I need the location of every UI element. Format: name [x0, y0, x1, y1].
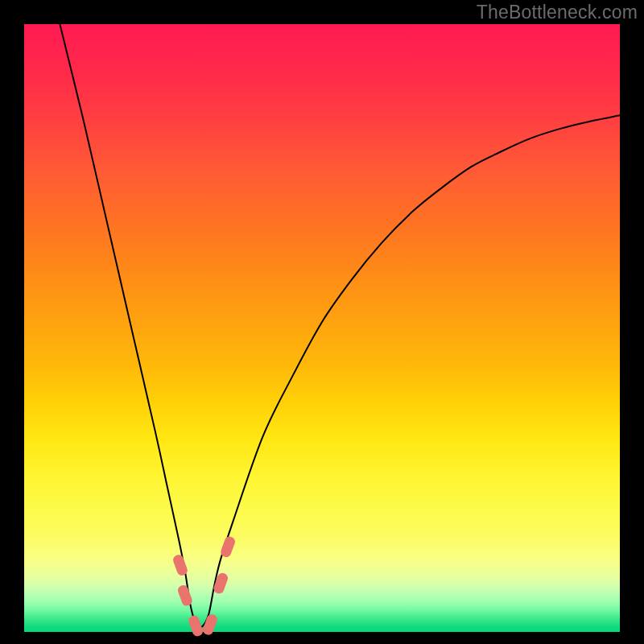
overlay-svg: [24, 24, 620, 632]
curve-marker: [220, 535, 237, 559]
watermark-text: TheBottleneck.com: [477, 2, 638, 23]
curve-marker: [171, 554, 188, 577]
bottleneck-curve: [60, 24, 620, 628]
curve-marker: [176, 584, 193, 607]
chart-root: TheBottleneck.com: [0, 0, 644, 644]
curve-marker: [188, 614, 204, 638]
